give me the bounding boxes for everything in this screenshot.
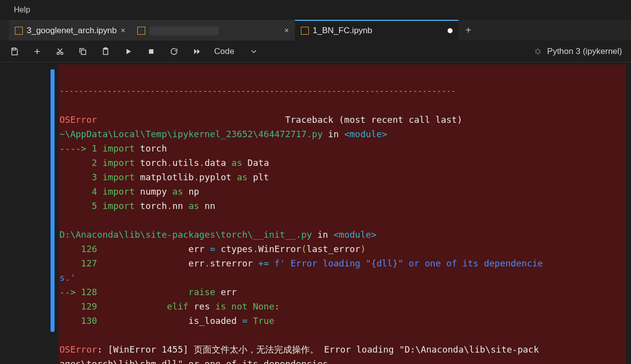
notebook-icon [301,27,309,35]
add-cell-button[interactable] [32,46,43,57]
copy-button[interactable] [77,46,88,57]
bug-icon [533,47,542,56]
cell-gutter [9,64,58,364]
tab-0[interactable]: 3_googlenet_arch.ipynb × [9,20,131,41]
close-icon[interactable]: × [284,26,288,35]
svg-rect-6 [149,49,154,53]
notebook-icon [15,27,23,35]
cell-type-label: Code [214,47,234,56]
output-area: ----------------------------------------… [58,64,631,364]
tab-label: 1_BN_FC.ipynb [313,26,372,36]
chevron-down-icon [249,47,258,56]
svg-rect-3 [81,50,86,54]
tab-2[interactable]: 1_BN_FC.ipynb [295,20,459,41]
exec-indicator [51,69,55,332]
final-error-msg: : [WinError 1455] 页面文件太小，无法完成操作。 Error l… [59,344,539,364]
close-icon[interactable]: × [120,26,125,35]
cut-button[interactable] [55,46,65,57]
dirty-indicator [448,28,453,33]
notebook-icon [137,27,145,35]
traceback-separator: ----------------------------------------… [59,84,624,98]
svg-rect-0 [13,48,15,50]
tab-bar: 3_googlenet_arch.ipynb × × 1_BN_FC.ipynb… [0,20,631,41]
final-error-name: OSError [59,344,97,355]
kernel-status[interactable]: Python 3 (ipykernel) [533,47,622,56]
error-traceback: ----------------------------------------… [58,64,626,364]
add-tab-button[interactable]: + [459,20,478,41]
stop-button[interactable] [146,46,157,57]
menu-bar: Help [0,0,631,20]
notebook-body: ----------------------------------------… [0,62,631,364]
tab-label-redacted [149,26,219,35]
tab-label: 3_googlenet_arch.ipynb [27,26,116,36]
tab-1[interactable]: × [131,20,295,41]
run-all-button[interactable] [191,46,202,57]
kernel-name: Python 3 (ipykernel) [547,47,622,56]
cell-type-dropdown[interactable]: Code [214,47,258,56]
restart-button[interactable] [169,46,179,57]
svg-point-7 [536,50,540,53]
run-button[interactable] [123,46,134,57]
save-button[interactable] [9,46,20,57]
menu-help[interactable]: Help [14,5,30,14]
toolbar: Code Python 3 (ipykernel) [0,41,631,62]
traceback-path-2: D:\Anaconda\lib\site-packages\torch\__in… [59,229,312,240]
paste-button[interactable] [100,46,111,57]
traceback-path-1: ~\AppData\Local\Temp\ipykernel_23652\464… [59,129,323,139]
error-name: OSError [59,114,97,125]
traceback-header: Traceback (most recent call last) [285,114,462,125]
wrap-continuation: s.' [59,272,76,283]
